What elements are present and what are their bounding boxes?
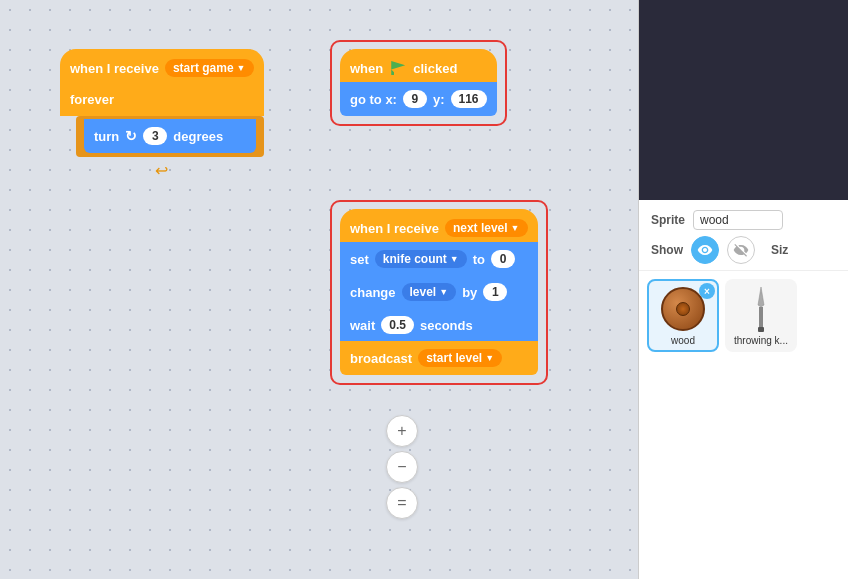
start-game-dropdown[interactable]: start game ▼ xyxy=(165,59,254,77)
set-label: set xyxy=(350,252,369,267)
eye-icon xyxy=(697,242,713,258)
wait-block[interactable]: wait 0.5 seconds xyxy=(340,308,538,342)
block-group-clicked: when clicked go to x: 9 y: 116 xyxy=(330,40,507,126)
sprite-list: × wood throwing k... xyxy=(639,271,848,360)
start-level-arrow-icon: ▼ xyxy=(485,353,494,363)
goto-block[interactable]: go to x: 9 y: 116 xyxy=(340,82,497,116)
block-group-start-game: when I receive start game ▼ forever turn… xyxy=(60,50,264,182)
stack-clicked: when clicked go to x: 9 y: 116 xyxy=(340,50,497,116)
turn-label: turn xyxy=(94,129,119,144)
show-eye-button[interactable] xyxy=(691,236,719,264)
wait-label: wait xyxy=(350,318,375,333)
degrees-label: degrees xyxy=(173,129,223,144)
knife-count-arrow-icon: ▼ xyxy=(450,254,459,264)
wood-thumb-label: wood xyxy=(653,335,713,346)
dropdown-arrow-icon: ▼ xyxy=(237,63,246,73)
fit-button[interactable]: = xyxy=(386,487,418,519)
set-knife-count-block[interactable]: set knife count ▼ to 0 xyxy=(340,242,538,276)
when-label: when xyxy=(350,61,383,76)
broadcast-label: broadcast xyxy=(350,351,412,366)
turn-block[interactable]: turn ↻ 3 degrees xyxy=(84,119,256,153)
blocks-container: when I receive start game ▼ forever turn… xyxy=(0,0,638,579)
when-receive-next-label: when I receive xyxy=(350,221,439,236)
hide-eye-button[interactable] xyxy=(727,236,755,264)
by-value[interactable]: 1 xyxy=(483,283,507,301)
goto-label: go to x: xyxy=(350,92,397,107)
red-border-clicked: when clicked go to x: 9 y: 116 xyxy=(330,40,507,126)
level-dropdown[interactable]: level ▼ xyxy=(402,283,457,301)
throwing-thumb-img xyxy=(737,285,785,333)
stage-area xyxy=(639,0,848,200)
zoom-in-button[interactable]: + xyxy=(386,415,418,447)
turn-value[interactable]: 3 xyxy=(143,127,167,145)
knife-icon xyxy=(751,285,771,333)
forever-inner: turn ↻ 3 degrees xyxy=(76,116,264,157)
forever-label: forever xyxy=(70,92,114,107)
level-label: level xyxy=(410,285,437,299)
knife-count-dropdown[interactable]: knife count ▼ xyxy=(375,250,467,268)
sprite-thumb-wood[interactable]: × wood xyxy=(647,279,719,352)
flag-icon xyxy=(391,61,405,75)
scroll-controls: + − = xyxy=(386,415,418,519)
size-label: Siz xyxy=(771,243,788,257)
svg-rect-2 xyxy=(758,327,764,332)
zoom-out-button[interactable]: − xyxy=(386,451,418,483)
forever-block[interactable]: forever xyxy=(60,82,264,116)
y-value[interactable]: 116 xyxy=(451,90,487,108)
block-group-next-level: when I receive next level ▼ set knife co… xyxy=(330,200,548,385)
canvas-area: when I receive start game ▼ forever turn… xyxy=(0,0,638,579)
clicked-label: clicked xyxy=(413,61,457,76)
sprite-label: Sprite xyxy=(651,213,685,227)
sprite-name-input[interactable] xyxy=(693,210,783,230)
wait-value[interactable]: 0.5 xyxy=(381,316,414,334)
right-panel: Sprite Show Siz × wood xyxy=(638,0,848,579)
next-level-dropdown[interactable]: next level ▼ xyxy=(445,219,528,237)
eye-slash-icon xyxy=(733,242,749,258)
seconds-label: seconds xyxy=(420,318,473,333)
throwing-thumb-label: throwing k... xyxy=(731,335,791,346)
stack-next-level: when I receive next level ▼ set knife co… xyxy=(340,210,538,375)
y-label: y: xyxy=(433,92,445,107)
rotate-icon: ↻ xyxy=(125,128,137,144)
when-receive-label: when I receive xyxy=(70,61,159,76)
change-label: change xyxy=(350,285,396,300)
svg-rect-1 xyxy=(759,307,763,327)
when-receive-next-level-block[interactable]: when I receive next level ▼ xyxy=(340,209,538,243)
wood-circle-icon xyxy=(661,287,705,331)
show-label: Show xyxy=(651,243,683,257)
next-level-arrow-icon: ▼ xyxy=(511,223,520,233)
sprite-info: Sprite Show Siz xyxy=(639,200,848,271)
knife-count-value[interactable]: 0 xyxy=(491,250,515,268)
start-game-dropdown-label: start game xyxy=(173,61,234,75)
svg-marker-0 xyxy=(758,287,764,307)
sprite-thumb-throwing[interactable]: throwing k... xyxy=(725,279,797,352)
start-level-dropdown[interactable]: start level ▼ xyxy=(418,349,502,367)
to-label: to xyxy=(473,252,485,267)
broadcast-block[interactable]: broadcast start level ▼ xyxy=(340,341,538,375)
x-value[interactable]: 9 xyxy=(403,90,427,108)
sprite-label-row: Sprite xyxy=(651,210,836,230)
stack-start-game: when I receive start game ▼ forever turn… xyxy=(60,50,264,182)
knife-count-label: knife count xyxy=(383,252,447,266)
by-label: by xyxy=(462,285,477,300)
next-level-dropdown-label: next level xyxy=(453,221,508,235)
red-border-next-level: when I receive next level ▼ set knife co… xyxy=(330,200,548,385)
when-receive-block[interactable]: when I receive start game ▼ xyxy=(60,49,264,83)
forever-end-arrow: ↩ xyxy=(60,157,264,182)
start-level-label: start level xyxy=(426,351,482,365)
when-clicked-block[interactable]: when clicked xyxy=(340,49,497,83)
level-arrow-icon: ▼ xyxy=(439,287,448,297)
show-row: Show Siz xyxy=(651,236,836,264)
change-level-block[interactable]: change level ▼ by 1 xyxy=(340,275,538,309)
